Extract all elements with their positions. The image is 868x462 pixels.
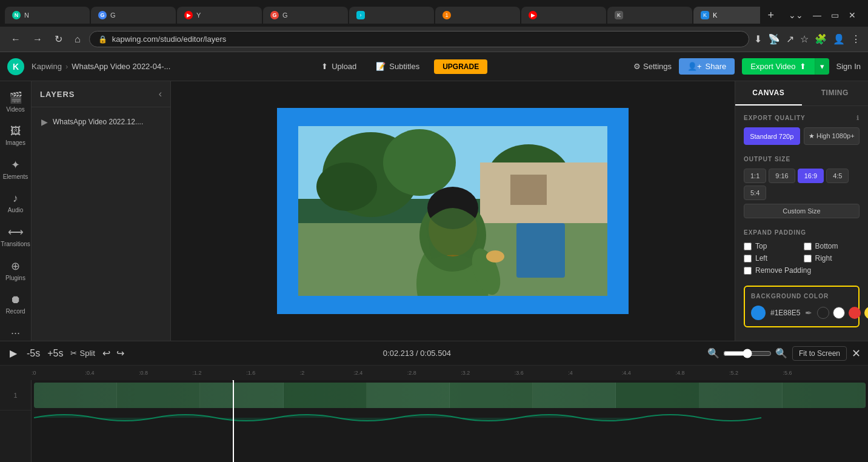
sidebar-item-more[interactable]: ··· More — [2, 322, 30, 341]
sidebar-item-audio[interactable]: ♪ Audio — [2, 187, 30, 218]
settings-button[interactable]: ⚙ Settings — [633, 62, 672, 71]
extensions-icon[interactable]: 🧩 — [815, 33, 827, 45]
tracks-column[interactable] — [32, 380, 868, 462]
skip-fwd-button[interactable]: +5s — [45, 346, 65, 361]
size-9-16-button[interactable]: 9:16 — [769, 169, 795, 183]
tab-6[interactable]: 1 — [435, 7, 520, 24]
preset-color-dark[interactable] — [817, 307, 829, 319]
videos-icon: 🎬 — [9, 91, 22, 104]
padding-left-input[interactable] — [744, 255, 752, 263]
cast-icon[interactable]: 📡 — [768, 33, 780, 45]
padding-right-input[interactable] — [804, 255, 812, 263]
output-size-label: OUTPUT SIZE — [744, 156, 860, 162]
project-name: WhatsApp Video 2022-04-... — [72, 62, 170, 71]
tab-1[interactable]: N N — [5, 7, 90, 24]
quality-1080p-button[interactable]: ★ High 1080p+ — [804, 127, 860, 145]
export-dropdown-button[interactable]: ▾ — [815, 58, 829, 75]
share-label: Share — [706, 62, 727, 71]
tab-3[interactable]: ▶ Y — [177, 7, 262, 24]
preset-color-red[interactable] — [849, 307, 861, 319]
tab-8[interactable]: K — [607, 7, 692, 24]
download-icon[interactable]: ⬇ — [754, 33, 762, 45]
split-label: Split — [79, 349, 95, 358]
layer-item[interactable]: ▶ WhatsApp Video 2022.12.... — [36, 112, 165, 132]
padding-bottom-check[interactable]: Bottom — [804, 242, 860, 250]
tab-7[interactable]: ▶ — [521, 7, 606, 24]
profile-icon[interactable]: 👤 — [833, 33, 845, 45]
tab-canvas[interactable]: CANVAS — [735, 81, 802, 105]
signin-button[interactable]: Sign In — [836, 62, 861, 71]
tab-timing[interactable]: TIMING — [802, 81, 869, 105]
frame-1 — [34, 383, 117, 408]
export-button[interactable]: Export Video ⬆ — [742, 58, 814, 75]
waveform-container — [34, 410, 866, 425]
current-color-swatch[interactable] — [751, 306, 766, 320]
bookmark-icon[interactable]: ☆ — [800, 33, 809, 45]
padding-bottom-input[interactable] — [804, 243, 812, 250]
maximize-icon[interactable]: — — [813, 10, 821, 20]
restore-icon[interactable]: ▭ — [831, 10, 839, 20]
back-button[interactable]: ← — [7, 32, 24, 47]
undo-button[interactable]: ↩ — [100, 345, 113, 361]
reload-button[interactable]: ↻ — [51, 31, 66, 47]
padding-bottom-label: Bottom — [815, 242, 838, 250]
export-quality-label: EXPORT QUALITY ℹ — [744, 115, 860, 121]
sidebar-item-videos[interactable]: 🎬 Videos — [2, 86, 30, 118]
size-1-1-button[interactable]: 1:1 — [744, 169, 766, 183]
main-content: 🎬 Videos 🖼 Images ✦ Elements ♪ Audio ⟷ T… — [0, 81, 868, 341]
size-4-5-button[interactable]: 4:5 — [826, 169, 849, 183]
custom-size-button[interactable]: Custom Size — [744, 204, 860, 218]
redo-button[interactable]: ↪ — [114, 345, 127, 361]
tab-9-active[interactable]: K K × — [693, 7, 760, 24]
layer-name: WhatsApp Video 2022.12.... — [53, 118, 143, 126]
more-icon: ··· — [11, 327, 20, 340]
tab-4[interactable]: G G — [263, 7, 348, 24]
share-button[interactable]: 👤+ Share — [679, 58, 735, 75]
sidebar-item-record[interactable]: ⏺ Record — [2, 289, 30, 320]
frame-10 — [783, 383, 866, 408]
close-icon[interactable]: ✕ — [849, 10, 856, 20]
skip-back-button[interactable]: -5s — [24, 346, 42, 361]
sidebar-item-transitions[interactable]: ⟷ Transitions — [2, 221, 30, 252]
sidebar-item-plugins[interactable]: ⊕ Plugins — [2, 255, 30, 286]
eyedropper-icon[interactable]: ✒ — [805, 308, 812, 318]
zoom-out-icon[interactable]: 🔍 — [707, 347, 719, 359]
preset-color-yellow[interactable] — [864, 307, 868, 319]
size-5-4-button[interactable]: 5:4 — [744, 186, 766, 200]
remove-padding-input[interactable] — [744, 267, 752, 275]
right-panel: CANVAS TIMING EXPORT QUALITY ℹ Standard … — [735, 81, 868, 341]
timeline-close-button[interactable]: ✕ — [852, 347, 861, 360]
layers-collapse-button[interactable]: ‹ — [159, 89, 162, 99]
split-button[interactable]: ✂ Split — [70, 349, 95, 358]
sidebar-item-images[interactable]: 🖼 Images — [2, 120, 30, 151]
upgrade-button[interactable]: UPGRADE — [434, 59, 487, 74]
zoom-in-icon[interactable]: 🔍 — [775, 347, 787, 359]
tab-2[interactable]: G G — [91, 7, 176, 24]
sidebar-item-elements[interactable]: ✦ Elements — [2, 153, 30, 185]
tab-5[interactable]: › — [349, 7, 434, 24]
menu-icon[interactable]: ⋮ — [851, 33, 861, 45]
home-button[interactable]: ⌂ — [71, 32, 84, 47]
video-track[interactable] — [34, 383, 866, 408]
minimize-icon[interactable]: ⌄⌄ — [789, 10, 803, 20]
play-button[interactable]: ▶ — [7, 345, 19, 361]
zoom-slider[interactable] — [723, 349, 772, 358]
track-number-1: 1 — [0, 380, 31, 410]
padding-top-input[interactable] — [744, 243, 752, 250]
url-bar[interactable]: 🔒 kapwing.com/studio/editor/layers — [89, 31, 749, 47]
padding-top-check[interactable]: Top — [744, 242, 800, 250]
new-tab-button[interactable]: + — [763, 7, 779, 24]
quality-720p-button[interactable]: Standard 720p — [744, 127, 800, 145]
size-16-9-button[interactable]: 16:9 — [798, 169, 824, 183]
ruler-mark-11: :4.4 — [622, 370, 676, 376]
share-icon[interactable]: ↗ — [786, 33, 794, 45]
padding-right-check[interactable]: Right — [804, 254, 860, 263]
upload-button[interactable]: ⬆ Upload — [316, 59, 361, 74]
padding-left-check[interactable]: Left — [744, 254, 800, 263]
forward-button[interactable]: → — [29, 32, 46, 47]
remove-padding-check[interactable]: Remove Padding — [744, 266, 860, 275]
fit-screen-button[interactable]: Fit to Screen — [792, 346, 847, 361]
canvas-area[interactable] — [171, 81, 735, 341]
subtitles-button[interactable]: 📝 Subtitles — [371, 59, 424, 74]
preset-color-white[interactable] — [833, 307, 845, 319]
